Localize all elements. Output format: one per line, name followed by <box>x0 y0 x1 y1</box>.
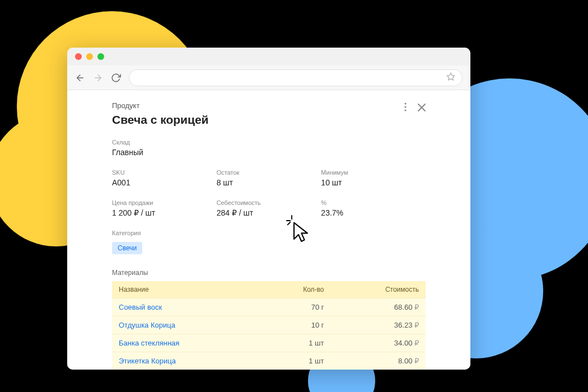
table-row: Отдушка Корица10 г36.23 ₽ <box>112 316 426 334</box>
page-title: Свеча с корицей <box>112 113 404 127</box>
field-value: 10 шт <box>321 178 426 187</box>
more-menu-icon[interactable] <box>404 102 407 114</box>
material-name-cell: Банка стеклянная <box>112 334 262 352</box>
sku-field: SKU A001 <box>112 169 217 187</box>
material-name-cell: Соевый воск <box>112 298 262 316</box>
material-link[interactable]: Соевый воск <box>119 303 162 311</box>
materials-section-label: Материалы <box>112 269 426 277</box>
material-cost-cell: 8.00 ₽ <box>330 352 426 370</box>
material-name-cell: Этикетка Корица <box>112 352 262 370</box>
svg-point-4 <box>404 106 406 108</box>
forward-button[interactable] <box>93 73 103 83</box>
field-value: 1 200 ₽ / шт <box>112 208 217 217</box>
page-header: Продукт Свеча с корицей <box>112 101 426 127</box>
window-close-dot[interactable] <box>75 53 82 60</box>
material-cost-cell: 68.60 ₽ <box>330 298 426 316</box>
materials-table: Название Кол-во Стоимость Соевый воск70 … <box>112 281 426 370</box>
table-row: Банка стеклянная1 шт34.00 ₽ <box>112 334 426 352</box>
table-row: Соевый воск70 г68.60 ₽ <box>112 298 426 316</box>
field-value: 8 шт <box>217 178 321 187</box>
field-value: 284 ₽ / шт <box>217 208 321 217</box>
reload-button[interactable] <box>111 73 121 83</box>
material-qty-cell: 1 шт <box>262 334 331 352</box>
field-label: Категория <box>112 230 426 236</box>
svg-marker-2 <box>447 73 454 80</box>
svg-point-3 <box>404 102 406 104</box>
column-header-name: Название <box>112 281 262 298</box>
material-link[interactable]: Банка стеклянная <box>119 339 179 347</box>
material-name-cell: Отдушка Корица <box>112 316 262 334</box>
category-chip[interactable]: Свечи <box>112 242 142 254</box>
material-qty-cell: 70 г <box>262 298 331 316</box>
field-value: Главный <box>112 148 426 157</box>
close-icon[interactable] <box>418 102 426 114</box>
margin-field: % 23.7% <box>321 199 426 217</box>
browser-window: Продукт Свеча с корицей Склад Главный SK… <box>67 48 470 370</box>
field-label: SKU <box>112 169 217 176</box>
material-link[interactable]: Отдушка Корица <box>119 321 175 329</box>
field-label: Минимум <box>321 169 426 176</box>
svg-point-5 <box>404 109 406 111</box>
field-label: Склад <box>112 139 426 146</box>
column-header-qty: Кол-во <box>262 281 331 298</box>
material-link[interactable]: Этикетка Корица <box>119 357 176 365</box>
field-value: A001 <box>112 178 217 187</box>
browser-toolbar <box>67 66 470 90</box>
address-bar[interactable] <box>129 69 463 86</box>
section-label: Продукт <box>112 101 404 110</box>
cost-field: Себестоимость 284 ₽ / шт <box>217 199 321 217</box>
window-maximize-dot[interactable] <box>97 53 104 60</box>
field-label: Себестоимость <box>217 199 321 206</box>
material-qty-cell: 10 г <box>262 316 331 334</box>
warehouse-field: Склад Главный <box>112 139 426 157</box>
window-titlebar <box>67 48 470 66</box>
field-value: 23.7% <box>321 208 426 217</box>
field-label: % <box>321 199 426 206</box>
field-label: Остаток <box>217 169 321 176</box>
category-field: Категория Свечи <box>112 230 426 254</box>
table-row: Этикетка Корица1 шт8.00 ₽ <box>112 352 426 370</box>
back-button[interactable] <box>75 73 85 83</box>
minimum-field: Минимум 10 шт <box>321 169 426 187</box>
stock-field: Остаток 8 шт <box>217 169 321 187</box>
price-field: Цена продажи 1 200 ₽ / шт <box>112 199 217 217</box>
window-minimize-dot[interactable] <box>86 53 93 60</box>
material-cost-cell: 36.23 ₽ <box>330 316 426 334</box>
bookmark-star-icon[interactable] <box>446 72 455 83</box>
page-content: Продукт Свеча с корицей Склад Главный SK… <box>67 90 470 370</box>
column-header-cost: Стоимость <box>330 281 426 298</box>
material-cost-cell: 34.00 ₽ <box>330 334 426 352</box>
material-qty-cell: 1 шт <box>262 352 331 370</box>
field-label: Цена продажи <box>112 199 217 206</box>
